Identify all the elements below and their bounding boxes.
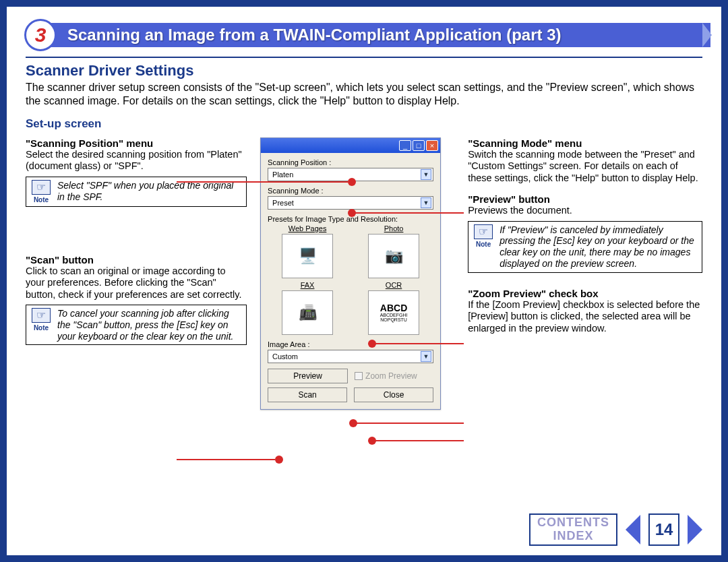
preset-web-pages[interactable]: Web Pages 🖥️ xyxy=(268,224,347,278)
preset-fax[interactable]: FAX 📠 xyxy=(268,281,347,335)
setup-screen-heading: Set-up screen xyxy=(26,117,702,131)
next-page-button[interactable] xyxy=(685,513,705,546)
minimize-button[interactable]: _ xyxy=(399,140,411,151)
image-area-select[interactable]: Custom ▼ xyxy=(268,350,433,363)
preview-button-title: "Preview" button xyxy=(468,193,702,205)
prev-page-button[interactable] xyxy=(623,513,643,546)
scan-button-title: "Scan" button xyxy=(26,254,247,266)
note-icon: ☞ Note xyxy=(471,224,495,270)
scanning-position-title: "Scanning Position" menu xyxy=(26,137,247,149)
driver-settings-heading: Scanner Driver Settings xyxy=(26,62,702,80)
note-icon: ☞ Note xyxy=(29,180,53,204)
page: 3 Scanning an Image from a TWAIN-Complia… xyxy=(7,7,721,555)
scanning-mode-title: "Scanning Mode" menu xyxy=(468,137,702,149)
callout-dot xyxy=(275,456,283,464)
callout-dot xyxy=(349,419,357,427)
scanning-mode-text: Switch the scanning mode between the "Pr… xyxy=(468,149,702,184)
index-link[interactable]: INDEX xyxy=(553,530,593,543)
chevron-down-icon: ▼ xyxy=(421,169,431,180)
note-box: ☞ Note If "Preview" is canceled by immed… xyxy=(468,221,702,273)
page-number: 14 xyxy=(648,513,679,546)
intro-text: The scanner driver setup screen consists… xyxy=(26,81,702,108)
monitor-icon: 🖥️ xyxy=(282,234,333,278)
callout-line xyxy=(352,212,464,214)
camera-icon: 📷 xyxy=(368,234,419,278)
callout-dot xyxy=(368,437,376,445)
window-titlebar: _ □ × xyxy=(261,138,440,153)
contents-link[interactable]: CONTENTS xyxy=(537,516,609,530)
scanning-position-label: Scanning Position : xyxy=(268,158,433,166)
zoom-preview-checkbox[interactable]: Zoom Preview xyxy=(355,369,433,383)
scan-button-text: Click to scan an original or image accor… xyxy=(26,266,247,301)
scanning-position-note: Select "SPF" when you placed the origina… xyxy=(53,180,242,204)
preset-ocr[interactable]: OCR ABCD ABCDEFGHI NOPQRSTU xyxy=(354,281,433,335)
maximize-button[interactable]: □ xyxy=(413,140,425,151)
callout-dot xyxy=(368,340,376,348)
chapter-number: 3 xyxy=(35,24,47,46)
callout-line xyxy=(372,440,464,441)
scan-button-note: To cancel your scanning job after clicki… xyxy=(53,308,242,342)
fax-icon: 📠 xyxy=(282,290,333,335)
chapter-arrow-icon xyxy=(702,23,712,47)
preview-button[interactable]: Preview xyxy=(268,369,348,383)
note-box: ☞ Note To cancel your scanning job after… xyxy=(26,305,247,345)
callout-line xyxy=(177,181,348,183)
scan-button[interactable]: Scan xyxy=(268,387,347,402)
chapter-title: Scanning an Image from a TWAIN-Compliant… xyxy=(67,22,697,49)
zoom-preview-title: "Zoom Preview" check box xyxy=(468,288,702,299)
close-button[interactable]: × xyxy=(426,140,438,151)
scanning-position-text: Select the desired scanning position fro… xyxy=(26,149,247,173)
chapter-header: 3 Scanning an Image from a TWAIN-Complia… xyxy=(18,19,710,51)
preview-note: If "Preview" is canceled by immediately … xyxy=(495,224,698,270)
scanning-mode-label: Scanning Mode : xyxy=(268,187,433,195)
scanning-mode-select[interactable]: Preset ▼ xyxy=(268,196,433,210)
chevron-down-icon: ▼ xyxy=(421,197,431,208)
page-nav: CONTENTS INDEX 14 xyxy=(529,513,705,546)
callout-line xyxy=(177,459,275,460)
preset-photo[interactable]: Photo 📷 xyxy=(354,224,433,278)
callout-dot xyxy=(348,178,356,186)
callout-line xyxy=(372,343,464,344)
callout-dot xyxy=(348,209,356,217)
nav-links: CONTENTS INDEX xyxy=(529,513,617,546)
chapter-number-badge: 3 xyxy=(24,19,57,51)
image-area-label: Image Area : xyxy=(268,340,433,348)
callout-line xyxy=(353,423,464,424)
chevron-down-icon: ▼ xyxy=(421,351,431,362)
close-button[interactable]: Close xyxy=(354,387,433,402)
zoom-preview-text: If the [Zoom Preview] checkbox is select… xyxy=(468,299,702,334)
preview-button-text: Previews the document. xyxy=(468,205,702,216)
note-icon: ☞ Note xyxy=(29,308,53,342)
checkbox-icon xyxy=(355,372,363,380)
document-icon: ABCD ABCDEFGHI NOPQRSTU xyxy=(368,290,419,335)
